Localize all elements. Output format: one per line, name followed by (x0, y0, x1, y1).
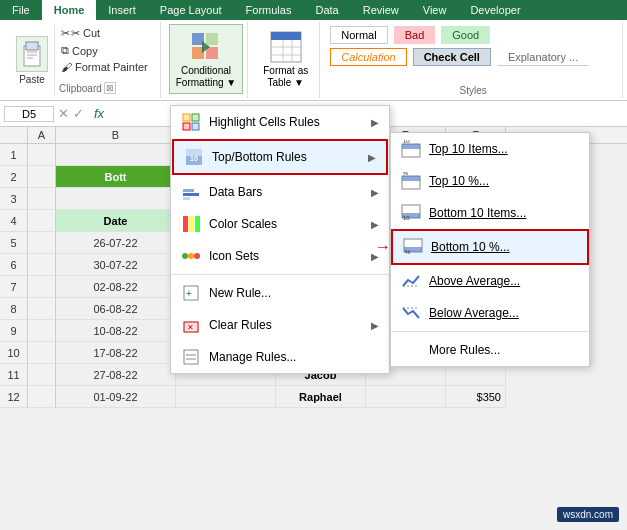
cut-button[interactable]: ✂ ✂ Cut (59, 26, 150, 41)
tab-file[interactable]: File (0, 0, 42, 20)
tab-developer[interactable]: Developer (458, 0, 532, 20)
cell[interactable]: Date (56, 210, 176, 232)
cell[interactable] (28, 232, 56, 254)
menu-item-top10-pct[interactable]: % Top 10 %... (391, 165, 589, 197)
cell[interactable]: 06-08-22 (56, 298, 176, 320)
cell[interactable] (28, 276, 56, 298)
cell[interactable]: Raphael (276, 386, 366, 408)
menu-separator-1 (171, 274, 389, 275)
cell[interactable] (366, 386, 446, 408)
menu-item-icon-sets[interactable]: Icon Sets ▶ (171, 240, 389, 272)
paste-button[interactable] (16, 36, 48, 72)
manage-rules-icon (181, 347, 201, 367)
ribbon-tabs: File Home Insert Page Layout Formulas Da… (0, 0, 627, 20)
svg-text:%: % (405, 249, 411, 255)
cell[interactable] (28, 342, 56, 364)
svg-text:✕: ✕ (187, 323, 194, 332)
row-number: 2 (0, 166, 28, 188)
cell[interactable]: 26-07-22 (56, 232, 176, 254)
menu-item-below-average[interactable]: Below Average... (391, 297, 589, 329)
menu-item-color-scales[interactable]: Color Scales ▶ (171, 208, 389, 240)
cell-reference-input[interactable] (4, 106, 54, 122)
confirm-icon[interactable]: ✓ (73, 106, 84, 121)
style-check-cell[interactable]: Check Cell (413, 48, 491, 66)
cell[interactable] (176, 386, 276, 408)
style-calculation[interactable]: Calculation (330, 48, 406, 66)
style-bad[interactable]: Bad (394, 26, 436, 44)
svg-rect-43 (402, 176, 420, 181)
cell[interactable] (28, 364, 56, 386)
tab-review[interactable]: Review (351, 0, 411, 20)
cell[interactable]: 02-08-22 (56, 276, 176, 298)
cell[interactable] (446, 364, 506, 386)
menu-item-top10-items[interactable]: 10 Top 10 Items... (391, 133, 589, 165)
paste-area[interactable]: Paste (10, 24, 55, 96)
cell[interactable]: 17-08-22 (56, 342, 176, 364)
clipboard-dialog-launcher[interactable]: ⊠ (104, 82, 116, 94)
cell[interactable] (28, 298, 56, 320)
menu-item-data-bars[interactable]: Data Bars ▶ (171, 176, 389, 208)
cell[interactable]: 27-08-22 (56, 364, 176, 386)
fx-button[interactable]: fx (88, 106, 110, 121)
cell[interactable] (56, 144, 176, 166)
corner-cell (0, 127, 28, 143)
cell[interactable]: 10-08-22 (56, 320, 176, 342)
menu-item-above-average[interactable]: Above Average... (391, 265, 589, 297)
svg-rect-19 (192, 123, 199, 130)
style-explanatory[interactable]: Explanatory ... (497, 48, 589, 66)
cell[interactable] (28, 386, 56, 408)
clipboard-group-label: Clipboard (59, 83, 102, 94)
tab-insert[interactable]: Insert (96, 0, 148, 20)
conditional-formatting-group: ConditionalFormatting ▼ (165, 22, 248, 98)
conditional-formatting-button[interactable]: ConditionalFormatting ▼ (169, 24, 243, 94)
menu-item-clear-rules[interactable]: ✕ Clear Rules ▶ (171, 309, 389, 341)
new-rule-label: New Rule... (209, 286, 379, 300)
tab-data[interactable]: Data (303, 0, 350, 20)
clear-rules-arrow: ▶ (371, 320, 379, 331)
data-bars-icon (181, 182, 201, 202)
top10-items-icon: 10 (401, 139, 421, 159)
cell[interactable]: $350 (446, 386, 506, 408)
style-good[interactable]: Good (441, 26, 490, 44)
scissors-icon: ✂ (61, 27, 70, 40)
ribbon-body: Paste ✂ ✂ Cut ⧉ Copy 🖌 Format Painter Cl… (0, 20, 627, 100)
tab-page-layout[interactable]: Page Layout (148, 0, 234, 20)
cancel-icon[interactable]: ✕ (58, 106, 69, 121)
menu-item-bottom10-items[interactable]: 10 Bottom 10 Items... (391, 197, 589, 229)
svg-rect-25 (183, 197, 190, 200)
below-average-icon (401, 303, 421, 323)
cell[interactable] (28, 166, 56, 188)
format-painter-button[interactable]: 🖌 Format Painter (59, 60, 150, 74)
cell[interactable] (28, 210, 56, 232)
cell[interactable]: 01-09-22 (56, 386, 176, 408)
svg-rect-7 (206, 33, 218, 45)
cell[interactable] (28, 144, 56, 166)
primary-dropdown-menu: Highlight Cells Rules ▶ 10 Top/Bottom Ru… (170, 105, 390, 374)
menu-item-more-rules[interactable]: More Rules... (391, 334, 589, 366)
menu-item-top-bottom[interactable]: 10 Top/Bottom Rules ▶ (172, 139, 388, 175)
tab-view[interactable]: View (411, 0, 459, 20)
cell[interactable] (28, 188, 56, 210)
top-bottom-icon: 10 (184, 147, 204, 167)
styles-group-label: Styles (328, 85, 618, 96)
cell[interactable] (56, 188, 176, 210)
tab-formulas[interactable]: Formulas (234, 0, 304, 20)
copy-button[interactable]: ⧉ Copy (59, 43, 150, 58)
cell[interactable]: Bott (56, 166, 176, 188)
svg-point-31 (194, 253, 200, 259)
more-rules-label: More Rules... (429, 343, 500, 357)
row-number: 12 (0, 386, 28, 408)
cell[interactable] (28, 254, 56, 276)
menu-item-new-rule[interactable]: + New Rule... (171, 277, 389, 309)
cell[interactable]: 30-07-22 (56, 254, 176, 276)
tab-home[interactable]: Home (42, 0, 97, 20)
menu-item-manage-rules[interactable]: Manage Rules... (171, 341, 389, 373)
clipboard-footer: Clipboard ⊠ (59, 82, 150, 94)
cell[interactable] (28, 320, 56, 342)
format-as-table-button[interactable]: Format asTable ▼ (256, 24, 315, 94)
clipboard-group: Paste ✂ ✂ Cut ⧉ Copy 🖌 Format Painter Cl… (4, 22, 161, 98)
secondary-dropdown-menu: 10 Top 10 Items... % Top 10 %... (390, 132, 590, 367)
style-normal[interactable]: Normal (330, 26, 387, 44)
menu-item-bottom10-pct[interactable]: → % Bottom 10 %... (391, 229, 589, 265)
menu-item-highlight-cells[interactable]: Highlight Cells Rules ▶ (171, 106, 389, 138)
